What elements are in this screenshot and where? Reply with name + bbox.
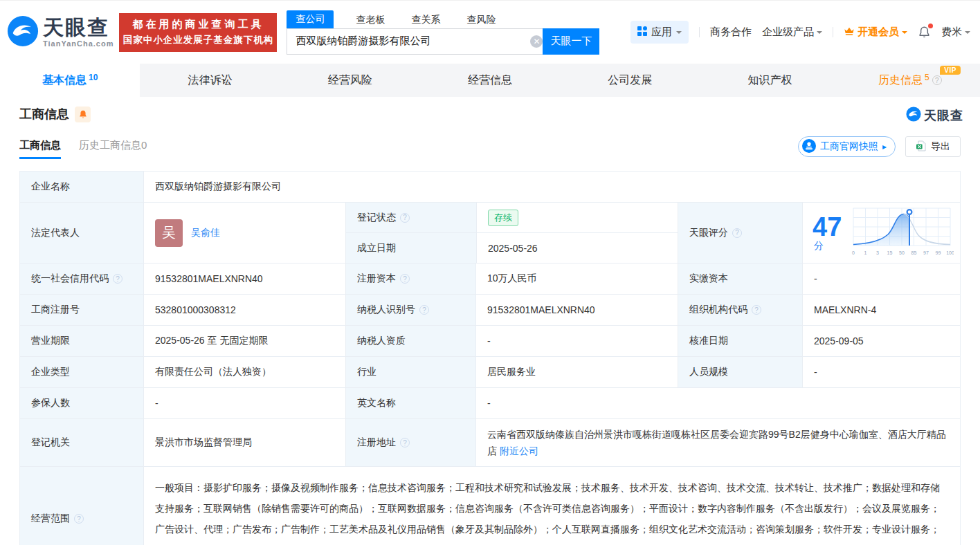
chevron-down-icon (817, 31, 822, 37)
export-label: 导出 (931, 140, 950, 153)
score-cell: 47分 (802, 203, 961, 263)
section-title: 工商信息 (19, 106, 69, 122)
nearby-companies-link[interactable]: 附近公司 (500, 445, 538, 456)
table-row-company-name: 企业名称 西双版纳铂爵游摄影有限公司 (20, 172, 960, 202)
apps-menu[interactable]: 应用 (630, 21, 689, 44)
help-icon[interactable]: ? (113, 274, 122, 284)
field-label: 纳税人识别号 (357, 304, 415, 316)
tab-intellectual-property[interactable]: 知识产权 (700, 64, 840, 97)
chevron-down-icon (676, 31, 682, 37)
subscribe-bell-icon[interactable] (75, 107, 91, 122)
table-row-business-term: 营业期限 2025-05-26 至 无固定期限 纳税人资质 - 核准日期 202… (20, 325, 960, 356)
help-icon[interactable]: ? (419, 305, 429, 315)
watermark-text: 天眼查 (924, 107, 963, 124)
help-icon[interactable]: ? (400, 438, 410, 447)
english-name-value: - (487, 398, 491, 409)
tianyancha-logo[interactable]: 天眼查 TianYanCha.com (7, 15, 114, 50)
chevron-down-icon (902, 31, 907, 37)
field-label: 参保人数 (31, 397, 70, 409)
registry-table: 企业名称 西双版纳铂爵游摄影有限公司 法定代表人 吴 吴俞佳 登记状态? 存续 … (19, 171, 961, 545)
svg-text:99: 99 (936, 250, 941, 255)
status-badge: 存续 (488, 210, 518, 226)
svg-text:3: 3 (876, 250, 879, 255)
divider (699, 27, 700, 37)
export-button[interactable]: 导出 (905, 136, 961, 157)
help-icon[interactable]: ? (732, 228, 742, 238)
field-label: 成立日期 (357, 242, 396, 255)
tab-basic-info[interactable]: 基本信息 10 (0, 64, 140, 97)
field-label: 注册资本 (357, 272, 396, 285)
field-label: 企业类型 (31, 366, 70, 378)
tab-history-info[interactable]: VIP 历史信息 5 ? (840, 64, 980, 97)
table-row-legal-rep: 法定代表人 吴 吴俞佳 登记状态? 存续 成立日期 2025-05-26 天眼评… (20, 202, 960, 263)
chevron-down-icon (965, 31, 970, 37)
svg-text:1: 1 (864, 250, 867, 255)
tab-count: 5 (925, 73, 929, 82)
logo-name: 天眼查 (43, 17, 114, 38)
nav-enterprise-products[interactable]: 企业级产品 (762, 26, 822, 39)
help-icon[interactable]: ? (400, 213, 410, 223)
subtab-business-info[interactable]: 工商信息 (19, 139, 61, 159)
help-icon[interactable]: ? (932, 75, 942, 85)
paid-capital-value: - (814, 273, 817, 284)
tab-operation-info[interactable]: 经营信息 (420, 64, 560, 97)
search-tab-boss[interactable]: 查老板 (352, 12, 389, 28)
search-tab-risk[interactable]: 查风险 (462, 12, 500, 28)
field-label: 登记机关 (31, 436, 70, 449)
search-tab-relation[interactable]: 查关系 (407, 12, 444, 28)
notification-bell-icon[interactable] (918, 26, 931, 39)
taxpayer-id-value: 91532801MAELXNRN40 (487, 304, 595, 315)
field-label: 法定代表人 (31, 227, 80, 239)
org-code-value: MAELXNRN-4 (814, 304, 876, 315)
field-label: 企业名称 (31, 181, 70, 193)
legal-rep-link[interactable]: 吴俞佳 (191, 227, 220, 239)
svg-text:97: 97 (923, 250, 929, 255)
notification-dot (928, 24, 933, 28)
clear-search-icon[interactable]: ✕ (530, 35, 543, 48)
brand-slogan-banner: 都在用的商业查询工具 国家中小企业发展子基金旗下机构 (119, 13, 277, 52)
field-label: 注册地址 (357, 436, 396, 449)
subtab-label: 历史工商信息 (79, 139, 141, 151)
tab-company-development[interactable]: 公司发展 (560, 64, 700, 97)
search-tab-company[interactable]: 查公司 (287, 10, 334, 28)
table-row-credit-code: 统一社会信用代码? 91532801MAELXNRN40 注册资本? 10万人民… (20, 263, 960, 294)
crown-icon (844, 26, 855, 38)
tianyancha-logo-icon (7, 15, 39, 50)
field-label: 天眼评分 (689, 227, 728, 239)
vip-label: 开通会员 (858, 26, 899, 39)
search-input[interactable] (287, 28, 548, 55)
staff-size-value: - (814, 367, 817, 378)
open-vip-link[interactable]: 开通会员 (844, 26, 907, 39)
field-label: 人员规模 (689, 366, 728, 378)
search-button[interactable]: 天眼一下 (543, 28, 599, 55)
svg-text:0: 0 (852, 250, 855, 255)
tab-legal-litigation[interactable]: 法律诉讼 (140, 64, 280, 97)
slogan-line2: 国家中小企业发展子基金旗下机构 (123, 34, 274, 46)
score-value: 47 (813, 212, 842, 241)
search-area: 查公司 查老板 查关系 查风险 ✕ 天眼一下 (287, 10, 599, 55)
nav-business-cooperation[interactable]: 商务合作 (710, 26, 752, 39)
help-icon[interactable]: ? (400, 274, 410, 284)
vip-badge: VIP (940, 66, 961, 75)
reg-number-value: 532801000308312 (155, 304, 236, 315)
official-snapshot-button[interactable]: 工商官网快照 ▸ (798, 136, 896, 157)
apps-grid-icon (637, 26, 647, 38)
username: 费米 (941, 26, 962, 39)
field-label: 行业 (357, 366, 376, 378)
tab-label: 知识产权 (748, 73, 792, 88)
subtab-history-business-info[interactable]: 历史工商信息0 (79, 139, 147, 159)
insured-count-value: - (155, 398, 158, 409)
company-nav-tabs: 基本信息 10 法律诉讼 经营风险 经营信息 公司发展 知识产权 VIP 历史信… (0, 64, 980, 97)
tab-count: 10 (89, 73, 98, 82)
field-label: 登记状态 (357, 212, 396, 224)
arrow-right-icon: ▸ (882, 142, 887, 151)
svg-text:15: 15 (887, 250, 893, 255)
help-icon[interactable]: ? (752, 305, 761, 315)
logo-domain: TianYanCha.com (43, 40, 114, 48)
user-menu[interactable]: 费米 (941, 26, 970, 39)
tab-label: 经营信息 (468, 73, 512, 88)
tab-operation-risk[interactable]: 经营风险 (280, 64, 420, 97)
help-icon[interactable]: ? (74, 514, 84, 524)
field-label: 核准日期 (689, 335, 728, 347)
divider (833, 27, 833, 37)
